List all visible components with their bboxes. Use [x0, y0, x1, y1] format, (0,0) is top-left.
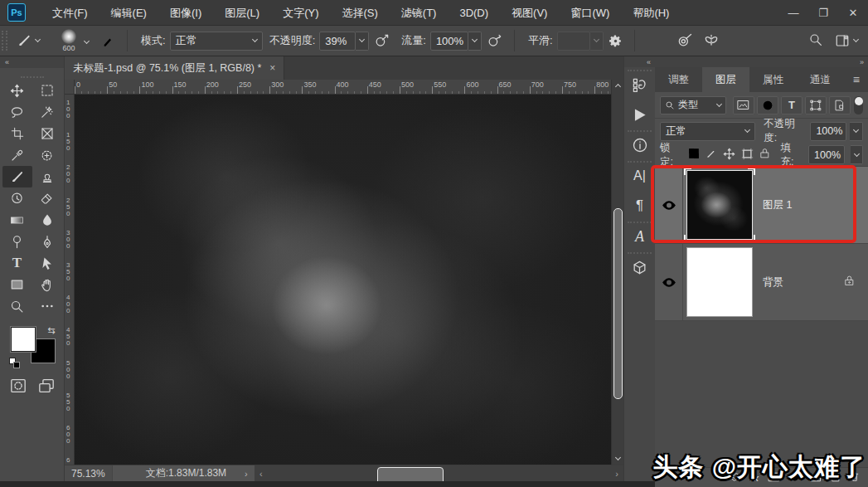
- 3d-panel-icon[interactable]: [630, 257, 650, 277]
- character-panel-icon[interactable]: A|: [630, 166, 650, 186]
- menu-item-7[interactable]: 3D(D): [448, 0, 500, 26]
- eraser-tool-icon[interactable]: [32, 187, 62, 209]
- pixel-layer-filter-icon[interactable]: [733, 96, 754, 114]
- menu-item-1[interactable]: 编辑(E): [99, 0, 158, 26]
- opacity-chevron-icon[interactable]: [356, 32, 369, 51]
- menu-item-3[interactable]: 图层(L): [213, 0, 271, 26]
- layer-row-layer1[interactable]: 图层 1: [655, 167, 868, 244]
- clone-stamp-tool-icon[interactable]: [32, 166, 62, 187]
- foreground-color-swatch[interactable]: [11, 327, 36, 352]
- size-pressure-icon[interactable]: [672, 29, 698, 52]
- lasso-tool-icon[interactable]: [2, 101, 32, 123]
- swap-colors-icon[interactable]: ⇆: [47, 325, 55, 336]
- eyedropper-tool-icon[interactable]: [2, 144, 32, 166]
- menu-item-0[interactable]: 文件(F): [41, 0, 99, 26]
- vertical-scroll-thumb[interactable]: [613, 208, 623, 399]
- move-tool-icon[interactable]: [2, 80, 32, 101]
- menu-item-9[interactable]: 窗口(W): [559, 0, 621, 26]
- brush-preset-picker[interactable]: 600: [56, 29, 81, 52]
- layer-opacity-chevron-icon[interactable]: [850, 122, 863, 141]
- menu-item-6[interactable]: 滤镜(T): [390, 0, 449, 26]
- brush-picker-chevron-icon[interactable]: [84, 37, 90, 43]
- flow-chevron-icon[interactable]: [468, 32, 482, 51]
- maximize-button[interactable]: ❐: [808, 0, 838, 26]
- lock-artboard-icon[interactable]: [741, 148, 754, 163]
- lock-all-icon[interactable]: [759, 148, 770, 162]
- history-brush-tool-icon[interactable]: [2, 187, 32, 209]
- background-thumbnail[interactable]: [686, 247, 753, 317]
- toggle-brush-settings-icon[interactable]: [94, 29, 120, 52]
- healing-brush-tool-icon[interactable]: [32, 144, 62, 166]
- screen-mode-icon[interactable]: [38, 378, 55, 397]
- panel-tab-调整[interactable]: 调整: [655, 67, 702, 92]
- blend-mode-select[interactable]: 正常: [170, 32, 263, 51]
- pen-tool-icon[interactable]: [32, 231, 62, 252]
- minimize-button[interactable]: —: [778, 0, 808, 26]
- background-visibility-toggle[interactable]: [655, 244, 683, 320]
- ruler-origin[interactable]: [65, 80, 75, 95]
- type-layer-filter-icon[interactable]: T: [781, 96, 803, 114]
- info-panel-icon[interactable]: [630, 135, 650, 155]
- lock-position-icon[interactable]: [723, 148, 735, 163]
- paragraph-panel-icon[interactable]: ¶: [630, 196, 650, 216]
- menu-item-2[interactable]: 图像(I): [158, 0, 213, 26]
- fill-chevron-icon[interactable]: [851, 145, 863, 164]
- opacity-pressure-icon[interactable]: [369, 29, 395, 52]
- canvas-image[interactable]: [75, 95, 611, 465]
- document-tab[interactable]: 未标题-1.psd @ 75.1% (图层 1, RGB/8) * ×: [65, 56, 284, 80]
- vertical-scrollbar[interactable]: [611, 80, 623, 465]
- shape-layer-filter-icon[interactable]: [805, 96, 827, 114]
- blur-tool-icon[interactable]: [32, 209, 62, 231]
- scroll-up-icon[interactable]: [612, 80, 624, 91]
- layer1-visibility-toggle[interactable]: [655, 167, 683, 243]
- scroll-right-icon[interactable]: ›: [610, 469, 623, 479]
- rectangular-marquee-tool-icon[interactable]: [32, 80, 62, 101]
- layer-opacity-input[interactable]: 100%: [810, 122, 846, 141]
- panel-tab-图层[interactable]: 图层: [702, 67, 749, 92]
- zoom-level-field[interactable]: 75.13%: [65, 465, 113, 481]
- fill-input[interactable]: 100%: [808, 145, 845, 164]
- symmetry-butterfly-icon[interactable]: [698, 29, 725, 52]
- background-name[interactable]: 背景: [763, 275, 783, 290]
- menu-item-10[interactable]: 帮助(H): [621, 0, 681, 26]
- smart-object-filter-icon[interactable]: [829, 96, 851, 114]
- more-tools-tool-icon[interactable]: [32, 295, 62, 317]
- opacity-input[interactable]: 39%: [319, 32, 356, 51]
- filter-on-off-toggle[interactable]: [854, 96, 863, 114]
- workspace-switcher-icon[interactable]: [835, 33, 858, 48]
- lock-image-pixels-icon[interactable]: [706, 148, 717, 162]
- type-tool-icon[interactable]: T: [2, 252, 32, 274]
- brush-tool-icon[interactable]: [2, 166, 32, 187]
- gradient-tool-icon[interactable]: [2, 209, 32, 231]
- flow-input[interactable]: 100%: [430, 32, 468, 51]
- panel-tab-通道[interactable]: 通道: [797, 67, 844, 92]
- quick-mask-icon[interactable]: [10, 378, 27, 397]
- layer-blend-mode-select[interactable]: 正常: [660, 122, 755, 141]
- scroll-down-icon[interactable]: [612, 453, 624, 465]
- rectangle-shape-tool-icon[interactable]: [2, 274, 32, 295]
- menu-item-5[interactable]: 选择(S): [330, 0, 389, 26]
- dodge-tool-icon[interactable]: [2, 231, 32, 252]
- status-popup-chevron-icon[interactable]: ›: [245, 469, 248, 479]
- path-selection-tool-icon[interactable]: [32, 252, 62, 274]
- strip-collapse-icon[interactable]: «: [624, 56, 655, 67]
- close-button[interactable]: ✕: [838, 0, 868, 26]
- frame-tool-icon[interactable]: [32, 123, 62, 144]
- smoothing-options-gear-icon[interactable]: [604, 29, 628, 52]
- search-icon[interactable]: [808, 32, 823, 50]
- horizontal-scrollbar[interactable]: ‹ ›: [255, 465, 623, 481]
- menu-item-8[interactable]: 视图(V): [500, 0, 559, 26]
- history-panel-icon[interactable]: [630, 75, 650, 95]
- filter-type-select[interactable]: 类型: [660, 96, 726, 114]
- hand-tool-icon[interactable]: [32, 274, 62, 295]
- menu-item-4[interactable]: 文字(Y): [271, 0, 330, 26]
- toolbar-collapse-icon[interactable]: «: [0, 56, 64, 68]
- lock-transparent-pixels-icon[interactable]: [688, 148, 700, 162]
- actions-panel-icon[interactable]: [630, 105, 650, 124]
- panel-menu-icon[interactable]: ≡: [845, 67, 868, 92]
- panel-collapse-icon[interactable]: »: [655, 56, 868, 67]
- crop-tool-icon[interactable]: [2, 123, 32, 144]
- default-colors-icon[interactable]: [9, 358, 20, 368]
- layer-row-background[interactable]: 背景: [655, 244, 868, 321]
- layer1-thumbnail[interactable]: [686, 170, 753, 240]
